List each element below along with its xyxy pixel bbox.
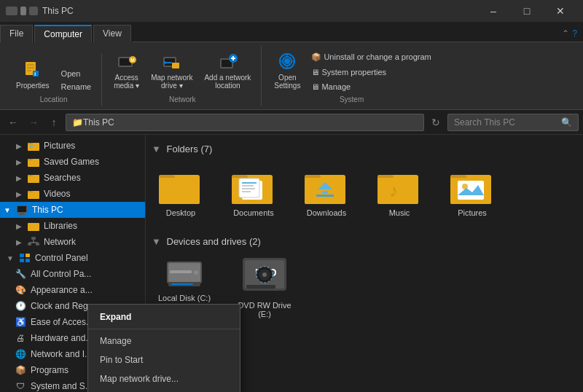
svg-rect-29 [28, 175, 33, 176]
ctx-open-new-window[interactable]: Open in new window [88, 388, 240, 392]
network-internet-icon: 🌐 [15, 348, 26, 360]
uninstall-button[interactable]: 📦 Uninstall or change a program [308, 51, 434, 63]
address-bar[interactable]: 📁 This PC [66, 114, 424, 131]
system-text-group: 📦 Uninstall or change a program 🖥 System… [308, 51, 434, 93]
close-button[interactable]: ✕ [544, 0, 577, 22]
system-properties-button[interactable]: 🖥 System properties [308, 66, 434, 78]
manage-icon-inline: 🖥 [311, 82, 321, 91]
add-location-button[interactable]: Add a networklocation [200, 48, 255, 93]
svg-rect-27 [28, 159, 33, 160]
ctx-map-drive[interactable]: Map network drive... [88, 369, 240, 388]
properties-label: Properties [16, 82, 50, 90]
ctx-expand[interactable]: Expand [88, 307, 240, 326]
open-button[interactable]: Open [57, 68, 96, 79]
sidebar-label-programs: Programs [31, 365, 69, 375]
location-group-label: Location [40, 95, 68, 103]
access-media-label: Accessmedia ▾ [114, 74, 139, 90]
sidebar-item-libraries[interactable]: ▶ Libraries [0, 218, 145, 234]
sidebar-label-clock: Clock and Reg... [31, 301, 95, 311]
expand-arrow-saved: ▶ [15, 157, 23, 166]
device-dvd-drive[interactable]: DVD DVD RW Drive(E:) [232, 254, 297, 318]
expand-arrow-cp: ▼ [6, 254, 15, 262]
access-media-icon: M [117, 51, 137, 71]
ctx-pin-start[interactable]: Pin to Start [88, 350, 240, 369]
sidebar-item-all-cp[interactable]: 🔧 All Control Pa... [0, 266, 145, 282]
tab-file[interactable]: File [0, 25, 33, 42]
maximize-button[interactable]: □ [510, 0, 544, 22]
folder-documents[interactable]: Documents [224, 165, 283, 222]
svg-point-77 [194, 270, 198, 275]
address-path: This PC [83, 117, 114, 128]
up-button[interactable]: ↑ [45, 114, 63, 131]
minimize-button[interactable]: – [477, 0, 510, 22]
svg-rect-24 [28, 143, 33, 144]
tab-computer[interactable]: Computer [34, 25, 92, 42]
collapse-arrow[interactable]: ▼ [152, 144, 161, 154]
sidebar-label-system: System and S... [31, 381, 93, 391]
manage-button[interactable]: 🖥 Manage [308, 81, 434, 93]
all-cp-icon: 🔧 [15, 268, 26, 280]
svg-point-86 [262, 273, 267, 277]
forward-button[interactable]: → [25, 114, 42, 131]
ctx-manage[interactable]: Manage [88, 332, 240, 350]
svg-rect-64 [316, 195, 334, 197]
svg-rect-88 [246, 285, 275, 289]
sidebar-label-this-pc: This PC [32, 205, 63, 215]
sidebar-item-control-panel[interactable]: ▼ Control Panel [0, 250, 145, 266]
ribbon-collapse-icon[interactable]: ⌃ [562, 28, 569, 39]
address-icon: 📁 [72, 117, 83, 128]
main-area: ▶ Pictures ▶ Saved Games ▶ Searches ▶ [0, 135, 583, 392]
clock-icon: 🕐 [15, 300, 26, 312]
sidebar-item-saved-games[interactable]: ▶ Saved Games [0, 154, 145, 170]
rename-button[interactable]: Rename [57, 81, 96, 93]
help-icon[interactable]: ? [572, 28, 577, 39]
system-group-label: System [340, 95, 364, 103]
pin-icon[interactable] [20, 7, 26, 15]
quick-access-icon[interactable] [6, 7, 17, 15]
nav-bar: ← → ↑ 📁 This PC ↻ Search This PC 🔍 [0, 110, 583, 135]
folder-downloads[interactable]: Downloads [297, 165, 356, 222]
desktop-folder-name: Desktop [166, 208, 195, 217]
expand-arrow-searches: ▶ [15, 173, 23, 182]
sidebar-item-pictures[interactable]: ▶ Pictures [0, 138, 145, 154]
devices-collapse-arrow[interactable]: ▼ [152, 236, 161, 247]
sidebar-item-appearance[interactable]: 🎨 Appearance a... [0, 282, 145, 298]
svg-rect-45 [20, 259, 24, 262]
dvd-drive-icon: DVD [239, 254, 290, 298]
access-media-button[interactable]: M Accessmedia ▾ [109, 48, 144, 93]
refresh-button[interactable]: ↻ [427, 114, 445, 131]
devices-header: ▼ Devices and drives (2) [152, 236, 577, 247]
sidebar-item-network[interactable]: ▶ Network [0, 234, 145, 250]
ease-icon: ♿ [15, 316, 26, 328]
expand-icon[interactable] [29, 7, 38, 15]
svg-rect-56 [242, 185, 254, 187]
folder-desktop[interactable]: Desktop [152, 165, 210, 222]
sidebar-item-videos[interactable]: ▶ Videos [0, 186, 145, 202]
downloads-folder-icon [305, 169, 348, 205]
svg-rect-78 [170, 270, 192, 273]
sidebar-label-cp: Control Panel [35, 253, 88, 263]
svg-rect-34 [20, 213, 24, 214]
ribbon-buttons-system: OpenSettings 📦 Uninstall or change a pro… [269, 48, 434, 93]
system-icon: 🛡 [15, 380, 26, 392]
svg-rect-57 [242, 188, 255, 189]
map-drive-button[interactable]: Map networkdrive ▾ [146, 48, 197, 93]
downloads-folder-name: Downloads [307, 208, 346, 217]
back-button[interactable]: ← [4, 114, 22, 131]
open-settings-button[interactable]: OpenSettings [269, 48, 305, 93]
sidebar-item-searches[interactable]: ▶ Searches [0, 170, 145, 186]
searches-icon [28, 172, 39, 184]
properties-button[interactable]: i Properties [12, 56, 54, 93]
ctx-sep-1 [88, 329, 240, 329]
svg-rect-55 [242, 182, 257, 184]
search-icon: 🔍 [561, 117, 572, 128]
tab-view[interactable]: View [93, 25, 131, 42]
sidebar-label-searches: Searches [44, 173, 81, 183]
sidebar-item-this-pc[interactable]: ▼ This PC [0, 202, 145, 218]
search-bar[interactable]: Search This PC 🔍 [447, 114, 579, 131]
svg-text:i: i [34, 71, 36, 77]
folder-pictures[interactable]: Pictures [443, 165, 501, 222]
folder-music[interactable]: ♪ Music [370, 165, 429, 222]
folders-grid: Desktop Documents [152, 165, 577, 222]
appearance-icon: 🎨 [15, 284, 26, 296]
